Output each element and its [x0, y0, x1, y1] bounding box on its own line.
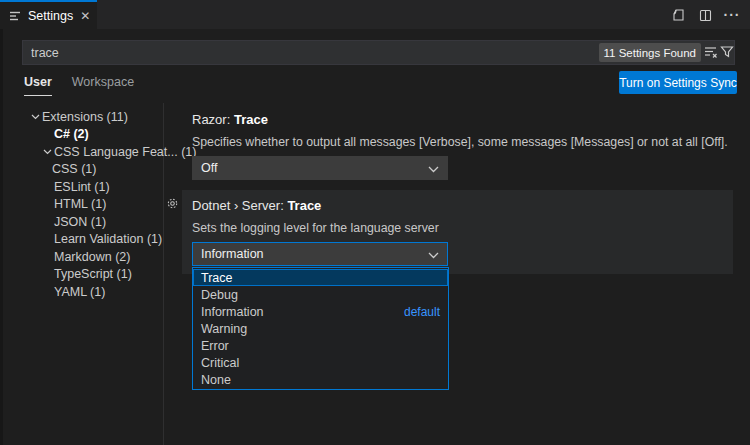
settings-editor-window: Settings ✕ ··· 11 Settings Found — [0, 0, 750, 445]
chevron-down-icon — [428, 166, 439, 173]
split-editor-icon[interactable] — [697, 7, 713, 23]
dropdown-option-error[interactable]: Error — [193, 337, 448, 354]
dropdown-option-trace[interactable]: Trace — [193, 269, 448, 286]
setting-gear-icon[interactable] — [165, 196, 180, 211]
dropdown-option-critical[interactable]: Critical — [193, 354, 448, 371]
toc-item-typescript[interactable]: TypeScript (1) — [8, 266, 160, 284]
toc-item-css-language-features[interactable]: CSS Language Feat... (1) — [8, 143, 160, 161]
toc-item-html[interactable]: HTML (1) — [8, 196, 160, 214]
settings-search-row: 11 Settings Found — [22, 40, 735, 65]
toc-item-extensions[interactable]: Extensions (11) — [8, 108, 160, 126]
toc-item-markdown[interactable]: Markdown (2) — [8, 248, 160, 266]
setting-title-dotnet-server-trace: Dotnet › Server: Trace — [192, 198, 321, 213]
setting-title-razor-trace: Razor: Trace — [192, 112, 268, 127]
chevron-down-icon — [428, 252, 439, 259]
dropdown-option-none[interactable]: None — [193, 371, 448, 388]
tab-settings[interactable]: Settings ✕ — [0, 0, 97, 29]
settings-toc: Extensions (11) C# (2) CSS Language Feat… — [8, 108, 160, 301]
default-value-label: default — [404, 305, 440, 319]
editor-tab-bar: Settings ✕ ··· — [0, 0, 750, 29]
close-icon[interactable]: ✕ — [80, 9, 90, 23]
results-count-badge: 11 Settings Found — [599, 43, 702, 62]
toc-item-json[interactable]: JSON (1) — [8, 213, 160, 231]
toc-item-css[interactable]: CSS (1) — [8, 161, 160, 179]
razor-trace-select[interactable]: Off — [192, 156, 448, 180]
toc-item-csharp[interactable]: C# (2) — [8, 126, 160, 144]
clear-search-results-icon[interactable] — [703, 44, 719, 60]
more-actions-icon[interactable]: ··· — [724, 7, 740, 23]
tab-title: Settings — [28, 9, 73, 23]
dropdown-option-debug[interactable]: Debug — [193, 286, 448, 303]
dropdown-option-warning[interactable]: Warning — [193, 320, 448, 337]
settings-editor-icon — [9, 10, 21, 22]
chevron-down-icon — [28, 114, 42, 120]
editor-actions: ··· — [670, 6, 740, 24]
tab-user[interactable]: User — [24, 75, 52, 96]
filter-settings-icon[interactable] — [719, 44, 735, 60]
setting-description-razor-trace: Specifies whether to output all messages… — [192, 135, 728, 149]
tab-workspace[interactable]: Workspace — [72, 75, 134, 96]
chevron-down-icon — [40, 149, 54, 155]
toc-item-eslint[interactable]: ESLint (1) — [8, 178, 160, 196]
turn-on-settings-sync-button[interactable]: Turn on Settings Sync — [619, 71, 737, 94]
toc-item-learn-validation[interactable]: Learn Validation (1) — [8, 231, 160, 249]
toc-item-yaml[interactable]: YAML (1) — [8, 283, 160, 301]
dropdown-option-information[interactable]: Information default — [193, 303, 448, 320]
setting-description-dotnet-server-trace: Sets the logging level for the language … — [192, 221, 439, 235]
trace-level-dropdown: Trace Debug Information default Warning … — [192, 267, 449, 390]
window-left-edge — [0, 29, 3, 445]
dotnet-server-trace-select[interactable]: Information — [192, 242, 448, 266]
open-settings-json-icon[interactable] — [670, 7, 686, 23]
settings-scope-tabs: User Workspace — [24, 75, 134, 96]
